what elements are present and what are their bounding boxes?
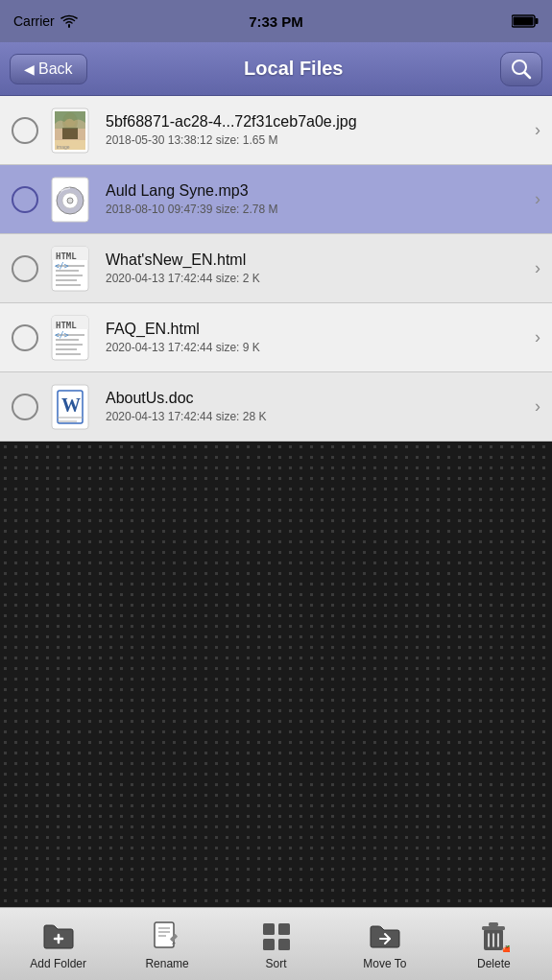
chevron-icon: › [535,396,540,417]
svg-rect-57 [482,926,505,930]
svg-text:HTML: HTML [56,321,77,330]
carrier-label: Carrier [13,13,55,29]
svg-rect-8 [62,128,78,139]
file-name: 5bf68871-ac28-4...72f31ceb7a0e.jpg [106,113,529,131]
file-info: FAQ_EN.html 2020-04-13 17:42:44 size: 9 … [106,321,529,354]
empty-area [0,442,552,907]
delete-label: Delete [477,957,511,970]
file-item[interactable]: W AboutUs.doc 2020-04-13 17:42:44 size: … [0,372,552,442]
file-select-radio[interactable] [12,255,38,282]
file-name: FAQ_EN.html [106,321,529,338]
delete-icon: 🍎 [476,919,511,953]
rename-label: Rename [145,957,188,970]
toolbar: Add Folder Rename [0,907,552,980]
file-meta: 2020-04-13 17:42:44 size: 28 K [106,410,529,423]
move-to-label: Move To [363,957,406,970]
svg-rect-49 [263,923,275,935]
svg-rect-44 [155,922,174,947]
file-icon-html: HTML </> [48,244,96,294]
svg-text:HTML: HTML [56,251,77,261]
file-info: AboutUs.doc 2020-04-13 17:42:44 size: 28… [106,390,529,423]
status-time: 7:33 PM [249,13,303,30]
status-bar: Carrier 7:33 PM [0,0,552,42]
file-meta: 2020-04-13 17:42:44 size: 9 K [106,341,529,354]
file-name: Auld Lang Syne.mp3 [106,182,529,200]
file-icon-doc: W [48,382,96,432]
chevron-icon: › [535,189,540,209]
move-to-icon [368,919,402,953]
file-item[interactable]: HTML </> FAQ_EN.html 2020-04-13 17:42:44… [0,303,552,372]
svg-text:W: W [61,394,81,416]
svg-text:🍎: 🍎 [502,944,510,952]
svg-text:</>: </> [55,331,69,340]
svg-rect-58 [489,922,498,926]
file-name: What'sNew_EN.html [106,251,529,269]
file-item[interactable]: HTML </> What'sNew_EN.html 2020-04-13 17… [0,234,552,303]
nav-bar: ◀ Back Local Files [0,42,552,96]
add-folder-button[interactable]: Add Folder [4,911,112,978]
file-select-radio[interactable] [12,186,38,213]
svg-text:image: image [57,144,70,150]
file-info: What'sNew_EN.html 2020-04-13 17:42:44 si… [106,251,529,285]
svg-rect-51 [263,939,275,950]
chevron-icon: › [535,327,540,347]
search-button[interactable] [500,52,542,86]
svg-rect-52 [278,939,290,950]
file-icon-image: image [48,106,96,155]
file-meta: 2018-05-30 13:38:12 size: 1.65 M [106,133,529,147]
file-item[interactable]: image 5bf68871-ac28-4...72f31ceb7a0e.jpg… [0,96,552,165]
file-list: image 5bf68871-ac28-4...72f31ceb7a0e.jpg… [0,96,552,442]
add-folder-label: Add Folder [30,957,86,970]
sort-icon [259,919,294,953]
search-icon [511,59,532,80]
add-folder-icon [41,919,76,953]
chevron-icon: › [535,120,540,140]
file-select-radio[interactable] [12,324,38,351]
page-title: Local Files [244,58,343,80]
rename-icon [150,919,184,953]
move-to-button[interactable]: Move To [330,911,439,978]
file-name: AboutUs.doc [106,390,529,407]
file-meta: 2020-04-13 17:42:44 size: 2 K [106,272,529,285]
back-button[interactable]: ◀ Back [10,54,87,84]
svg-line-4 [524,72,530,78]
svg-rect-2 [514,17,534,26]
file-icon-audio [48,175,96,225]
file-item[interactable]: Auld Lang Syne.mp3 2018-08-10 09:47:39 s… [0,165,552,234]
back-label: Back [38,60,73,78]
wifi-icon [60,14,78,28]
sort-label: Sort [266,957,287,970]
file-select-radio[interactable] [12,117,38,144]
svg-point-16 [67,198,73,203]
file-icon-html2: HTML </> [48,313,96,363]
svg-text:</>: </> [55,262,69,271]
svg-rect-1 [536,18,539,24]
file-info: Auld Lang Syne.mp3 2018-08-10 09:47:39 s… [106,182,529,216]
rename-button[interactable]: Rename [112,911,221,978]
battery-icon [512,14,539,28]
file-info: 5bf68871-ac28-4...72f31ceb7a0e.jpg 2018-… [106,113,529,147]
delete-button[interactable]: 🍎 Delete [440,911,548,978]
file-meta: 2018-08-10 09:47:39 size: 2.78 M [106,203,529,216]
chevron-icon: › [535,258,540,278]
svg-rect-50 [278,923,290,935]
sort-button[interactable]: Sort [222,911,330,978]
file-select-radio[interactable] [12,394,38,420]
